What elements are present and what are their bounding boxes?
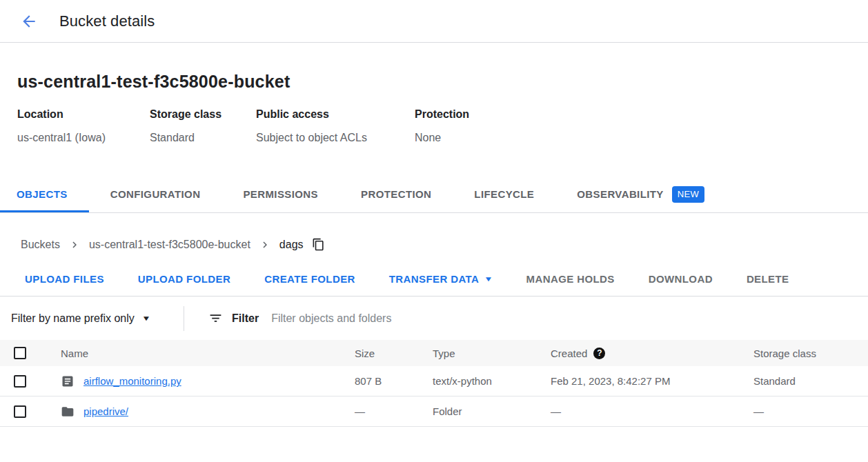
column-header-name: Name bbox=[61, 348, 355, 359]
new-badge: NEW bbox=[672, 186, 704, 203]
meta-value: None bbox=[415, 132, 469, 144]
filter-scope-label: Filter by name prefix only bbox=[11, 312, 135, 325]
select-row-checkbox[interactable] bbox=[14, 375, 26, 388]
meta-label: Location bbox=[17, 108, 150, 121]
cell-type: Folder bbox=[433, 405, 551, 417]
copy-path-button[interactable] bbox=[310, 237, 326, 252]
page-title: Bucket details bbox=[59, 12, 155, 30]
chevron-right-icon bbox=[68, 239, 81, 251]
caret-down-icon: ▼ bbox=[484, 275, 493, 283]
meta-value: Standard bbox=[150, 132, 256, 144]
tab-label: OBSERVABILITY bbox=[577, 188, 664, 200]
button-label: CREATE FOLDER bbox=[264, 273, 355, 285]
cell-storage-class: — bbox=[753, 405, 868, 417]
filter-label: Filter bbox=[232, 312, 259, 325]
column-header-created: Created ? bbox=[551, 348, 753, 359]
select-row-checkbox[interactable] bbox=[14, 405, 26, 418]
meta-value: Subject to object ACLs bbox=[256, 132, 415, 144]
button-label: DOWNLOAD bbox=[649, 273, 713, 285]
select-all-checkbox[interactable] bbox=[14, 347, 26, 359]
cell-size: 807 B bbox=[355, 375, 433, 387]
meta-label: Protection bbox=[415, 108, 469, 121]
manage-holds-button[interactable]: MANAGE HOLDS bbox=[526, 273, 615, 285]
delete-button[interactable]: DELETE bbox=[747, 273, 789, 285]
bucket-name: us-central1-test-f3c5800e-bucket bbox=[17, 72, 868, 92]
transfer-data-button[interactable]: TRANSFER DATA ▼ bbox=[389, 273, 493, 285]
button-label: DELETE bbox=[747, 273, 789, 285]
tab-permissions[interactable]: PERMISSIONS bbox=[221, 176, 339, 212]
tab-label: LIFECYCLE bbox=[474, 188, 534, 200]
filter-scope-selector[interactable]: Filter by name prefix only ▼ bbox=[11, 312, 184, 325]
filter-input[interactable] bbox=[271, 305, 868, 332]
tab-label: PROTECTION bbox=[361, 188, 431, 200]
back-button[interactable] bbox=[15, 8, 43, 35]
object-actions-toolbar: UPLOAD FILES UPLOAD FOLDER CREATE FOLDER… bbox=[0, 263, 868, 296]
button-label: UPLOAD FOLDER bbox=[138, 273, 230, 285]
content-copy-icon bbox=[312, 238, 325, 251]
cell-storage-class: Standard bbox=[753, 375, 868, 387]
tab-observability[interactable]: OBSERVABILITY NEW bbox=[555, 176, 726, 212]
table-header-row: Name Size Type Created ? Storage class bbox=[0, 340, 868, 366]
arrow-left-icon bbox=[20, 12, 38, 30]
folder-link[interactable]: pipedrive/ bbox=[83, 405, 128, 417]
bucket-summary: us-central1-test-f3c5800e-bucket Locatio… bbox=[0, 43, 868, 176]
tab-lifecycle[interactable]: LIFECYCLE bbox=[453, 176, 555, 212]
page-header: Bucket details bbox=[0, 0, 868, 43]
meta-storage-class: Storage class Standard bbox=[150, 108, 256, 144]
button-label: UPLOAD FILES bbox=[25, 273, 104, 285]
button-label: MANAGE HOLDS bbox=[526, 273, 615, 285]
download-button[interactable]: DOWNLOAD bbox=[649, 273, 713, 285]
meta-protection: Protection None bbox=[415, 108, 469, 144]
cell-created: — bbox=[551, 405, 753, 417]
column-header-type: Type bbox=[433, 348, 551, 359]
caret-down-icon: ▼ bbox=[141, 314, 150, 322]
tab-objects[interactable]: OBJECTS bbox=[0, 176, 89, 212]
filter-bar: Filter by name prefix only ▼ Filter bbox=[0, 297, 868, 340]
cell-size: — bbox=[355, 405, 433, 417]
create-folder-button[interactable]: CREATE FOLDER bbox=[264, 273, 355, 285]
tab-label: OBJECTS bbox=[17, 188, 68, 200]
cell-type: text/x-python bbox=[433, 375, 551, 387]
bucket-meta: Location us-central1 (Iowa) Storage clas… bbox=[17, 108, 868, 144]
tab-label: PERMISSIONS bbox=[243, 188, 318, 200]
bucket-tabs: OBJECTS CONFIGURATION PERMISSIONS PROTEC… bbox=[0, 176, 868, 213]
table-row: pipedrive/ — Folder — — bbox=[0, 396, 868, 427]
column-header-storage-class: Storage class bbox=[753, 348, 868, 359]
breadcrumb-current-folder: dags bbox=[279, 239, 304, 251]
breadcrumb: Buckets us-central1-test-f3c5800e-bucket… bbox=[0, 213, 868, 263]
objects-table: Name Size Type Created ? Storage class a… bbox=[0, 340, 868, 427]
button-label: TRANSFER DATA bbox=[389, 273, 479, 285]
folder-icon bbox=[61, 405, 75, 419]
help-icon[interactable]: ? bbox=[593, 348, 605, 359]
file-icon bbox=[61, 374, 75, 388]
chevron-right-icon bbox=[259, 239, 271, 251]
cell-created: Feb 21, 2023, 8:42:27 PM bbox=[551, 375, 753, 387]
meta-public-access: Public access Subject to object ACLs bbox=[256, 108, 415, 144]
meta-location: Location us-central1 (Iowa) bbox=[17, 108, 150, 144]
column-header-label: Created bbox=[551, 348, 587, 359]
vertical-divider bbox=[184, 306, 184, 331]
filter-list-icon bbox=[208, 311, 223, 325]
meta-label: Storage class bbox=[150, 108, 256, 121]
breadcrumb-bucket-name[interactable]: us-central1-test-f3c5800e-bucket bbox=[89, 239, 250, 251]
meta-value: us-central1 (Iowa) bbox=[17, 132, 150, 144]
tab-protection[interactable]: PROTECTION bbox=[339, 176, 453, 212]
tab-label: CONFIGURATION bbox=[110, 188, 201, 200]
upload-files-button[interactable]: UPLOAD FILES bbox=[25, 273, 104, 285]
meta-label: Public access bbox=[256, 108, 415, 121]
tab-configuration[interactable]: CONFIGURATION bbox=[89, 176, 222, 212]
table-row: airflow_monitoring.py 807 B text/x-pytho… bbox=[0, 366, 868, 396]
column-header-size: Size bbox=[355, 348, 433, 359]
breadcrumb-buckets[interactable]: Buckets bbox=[21, 239, 60, 251]
upload-folder-button[interactable]: UPLOAD FOLDER bbox=[138, 273, 230, 285]
object-link[interactable]: airflow_monitoring.py bbox=[83, 375, 181, 387]
